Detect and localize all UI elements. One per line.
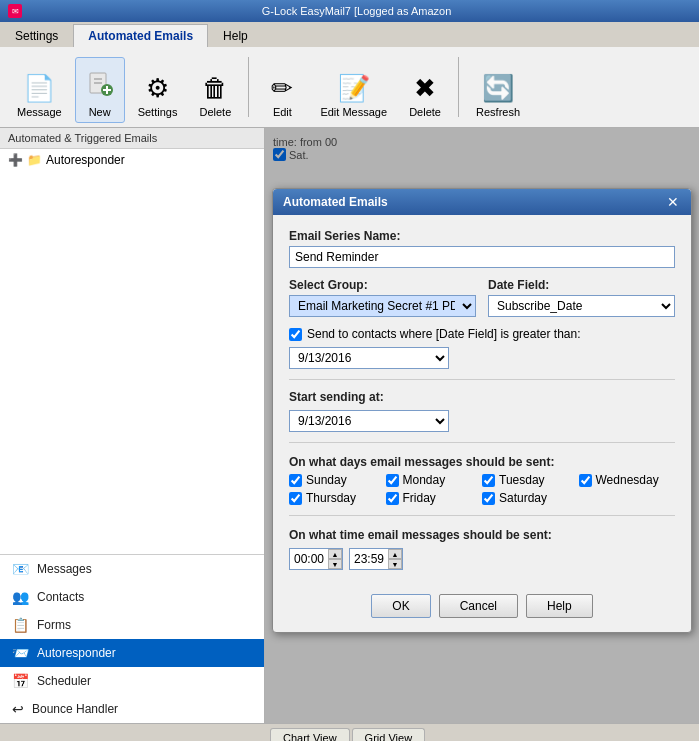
tab-help[interactable]: Help [208, 24, 263, 47]
time-section-label: On what time email messages should be se… [289, 528, 675, 542]
sidebar: Automated & Triggered Emails ➕ 📁 Autores… [0, 128, 265, 723]
date-filter-dropdown[interactable]: 9/13/2016 [289, 347, 449, 369]
start-date-dropdown[interactable]: 9/13/2016 [289, 410, 449, 432]
messages-icon: 📧 [12, 561, 29, 577]
bounce-handler-icon: ↩ [12, 701, 24, 717]
select-group-col: Select Group: Email Marketing Secret #1 … [289, 278, 476, 317]
sidebar-item-autoresponder-label: Autoresponder [37, 646, 116, 660]
app-icon: ✉ [8, 4, 22, 18]
date-field-dropdown[interactable]: Subscribe_Date [488, 295, 675, 317]
ribbon-btn-edit-message[interactable]: 📝 Edit Message [311, 57, 396, 123]
day-monday-label: Monday [403, 473, 446, 487]
app-title: G-Lock EasyMail7 [Logged as Amazon [262, 5, 452, 17]
delete1-icon: 🗑 [202, 73, 228, 104]
day-saturday-checkbox[interactable] [482, 492, 495, 505]
day-tuesday: Tuesday [482, 473, 579, 487]
day-sunday-checkbox[interactable] [289, 474, 302, 487]
day-friday-checkbox[interactable] [386, 492, 399, 505]
date-filter-checkbox-row: Send to contacts where [Date Field] is g… [289, 327, 675, 341]
contacts-icon: 👥 [12, 589, 29, 605]
day-monday: Monday [386, 473, 483, 487]
sidebar-item-autoresponder[interactable]: 📨 Autoresponder [0, 639, 264, 667]
time-to-down[interactable]: ▼ [388, 559, 402, 569]
day-wednesday-label: Wednesday [596, 473, 659, 487]
forms-icon: 📋 [12, 617, 29, 633]
sidebar-autoresponder-tree[interactable]: ➕ 📁 Autoresponder [0, 149, 264, 171]
time-row: ▲ ▼ ▲ ▼ [289, 548, 675, 570]
main-content: time: from 00 Sat. Automated Emails ✕ Em… [265, 128, 699, 723]
select-group-label: Select Group: [289, 278, 476, 292]
sidebar-item-contacts-label: Contacts [37, 590, 84, 604]
days-section-label: On what days email messages should be se… [289, 455, 675, 469]
ribbon-btn-new[interactable]: New [75, 57, 125, 123]
day-saturday: Saturday [482, 491, 579, 505]
help-button[interactable]: Help [526, 594, 593, 618]
day-thursday-checkbox[interactable] [289, 492, 302, 505]
ribbon-btn-delete1[interactable]: 🗑 Delete [190, 57, 240, 123]
date-filter-row: 9/13/2016 [289, 347, 675, 369]
ribbon-btn-message[interactable]: 📄 Message [8, 57, 71, 123]
settings-icon: ⚙ [146, 73, 169, 104]
time-from-up[interactable]: ▲ [328, 549, 342, 559]
time-from-input[interactable] [290, 549, 328, 569]
time-to-up[interactable]: ▲ [388, 549, 402, 559]
day-sunday: Sunday [289, 473, 386, 487]
separator-1 [289, 379, 675, 380]
automated-emails-modal: Automated Emails ✕ Email Series Name: Se… [272, 188, 692, 633]
select-group-dropdown[interactable]: Email Marketing Secret #1 PDF [289, 295, 476, 317]
sidebar-item-forms[interactable]: 📋 Forms [0, 611, 264, 639]
day-saturday-label: Saturday [499, 491, 547, 505]
series-name-input[interactable] [289, 246, 675, 268]
edit-icon: ✏ [271, 73, 293, 104]
ribbon-btn-delete1-label: Delete [199, 106, 231, 118]
ribbon-btn-message-label: Message [17, 106, 62, 118]
sidebar-nav: 📧 Messages 👥 Contacts 📋 Forms 📨 Autoresp… [0, 554, 264, 723]
modal-overlay: Automated Emails ✕ Email Series Name: Se… [265, 128, 699, 723]
ribbon-content: 📄 Message New ⚙ Settings 🗑 Delete [0, 47, 699, 127]
day-monday-checkbox[interactable] [386, 474, 399, 487]
day-thursday: Thursday [289, 491, 386, 505]
app-body: Automated & Triggered Emails ➕ 📁 Autores… [0, 128, 699, 723]
day-tuesday-checkbox[interactable] [482, 474, 495, 487]
expand-icon: ➕ [8, 153, 23, 167]
ribbon-btn-edit-message-label: Edit Message [320, 106, 387, 118]
sidebar-item-contacts[interactable]: 👥 Contacts [0, 583, 264, 611]
sidebar-item-messages[interactable]: 📧 Messages [0, 555, 264, 583]
sidebar-item-bounce-handler-label: Bounce Handler [32, 702, 118, 716]
tab-automated-emails[interactable]: Automated Emails [73, 24, 208, 47]
time-from-down[interactable]: ▼ [328, 559, 342, 569]
time-to-input[interactable] [350, 549, 388, 569]
series-name-label: Email Series Name: [289, 229, 675, 243]
sidebar-item-forms-label: Forms [37, 618, 71, 632]
date-field-label: Date Field: [488, 278, 675, 292]
sidebar-item-scheduler[interactable]: 📅 Scheduler [0, 667, 264, 695]
folder-icon: 📁 [27, 153, 42, 167]
ribbon-btn-edit[interactable]: ✏ Edit [257, 57, 307, 123]
bottom-tabs: Chart View Grid View [0, 723, 699, 741]
sidebar-item-bounce-handler[interactable]: ↩ Bounce Handler [0, 695, 264, 723]
ribbon-btn-edit-label: Edit [273, 106, 292, 118]
cancel-button[interactable]: Cancel [439, 594, 518, 618]
edit-message-icon: 📝 [338, 73, 370, 104]
modal-close-button[interactable]: ✕ [665, 194, 681, 210]
tab-grid-view[interactable]: Grid View [352, 728, 425, 741]
modal-footer: OK Cancel Help [273, 584, 691, 632]
separator-3 [289, 515, 675, 516]
day-wednesday-checkbox[interactable] [579, 474, 592, 487]
sidebar-spacer [0, 171, 264, 554]
date-filter-checkbox[interactable] [289, 328, 302, 341]
tab-chart-view[interactable]: Chart View [270, 728, 350, 741]
delete2-icon: ✖ [414, 73, 436, 104]
tab-settings[interactable]: Settings [0, 24, 73, 47]
autoresponder-tree-label: Autoresponder [46, 153, 125, 167]
ribbon-btn-refresh[interactable]: 🔄 Resfresh [467, 57, 529, 123]
day-tuesday-label: Tuesday [499, 473, 545, 487]
day-friday-label: Friday [403, 491, 436, 505]
ribbon-btn-refresh-label: Resfresh [476, 106, 520, 118]
day-sunday-label: Sunday [306, 473, 347, 487]
day-wednesday: Wednesday [579, 473, 676, 487]
ok-button[interactable]: OK [371, 594, 430, 618]
ribbon-btn-delete2[interactable]: ✖ Delete [400, 57, 450, 123]
time-from-spin: ▲ ▼ [328, 549, 342, 569]
ribbon-btn-settings[interactable]: ⚙ Settings [129, 57, 187, 123]
